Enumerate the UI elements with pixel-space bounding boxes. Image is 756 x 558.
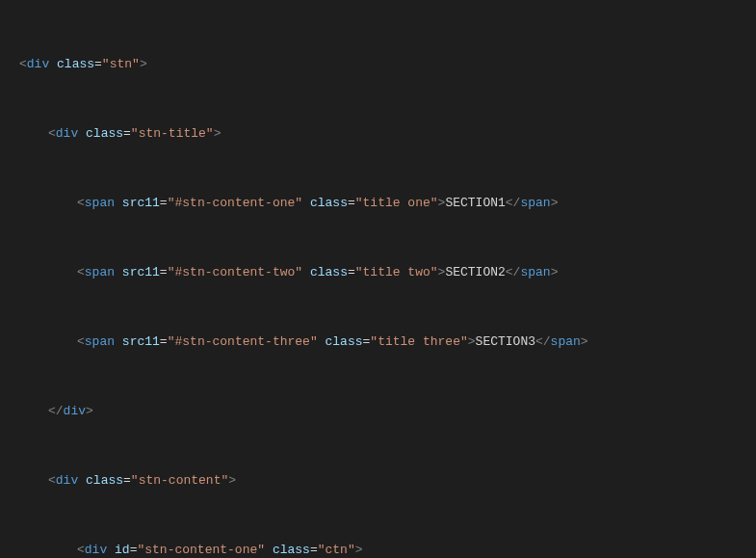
attr-value: "stn" — [102, 57, 140, 71]
code-line[interactable]: <span src11="#stn-content-two" class="ti… — [0, 264, 756, 281]
code-line[interactable]: <div class="stn-content"> — [0, 472, 756, 490]
section2-title-text: SECTION2 — [445, 265, 505, 279]
section3-title-text: SECTION3 — [476, 334, 535, 349]
section1-title-text: SECTION1 — [445, 196, 505, 210]
code-line[interactable]: <span src11="#stn-content-one" class="ti… — [0, 195, 756, 212]
angle-bracket: < — [19, 57, 27, 71]
code-line[interactable]: <div id="stn-content-one" class="ctn"> — [0, 542, 756, 558]
equals: = — [94, 57, 102, 71]
code-line[interactable]: <div class="stn-title"> — [0, 125, 756, 143]
code-line[interactable]: </div> — [0, 403, 756, 420]
tag-name: div — [27, 57, 49, 71]
attr-name: class — [57, 57, 94, 71]
code-line[interactable]: <div class="stn"> — [0, 56, 756, 73]
code-editor[interactable]: <div class="stn"> <div class="stn-title"… — [0, 0, 756, 558]
code-line[interactable]: <span src11="#stn-content-three" class="… — [0, 333, 756, 351]
